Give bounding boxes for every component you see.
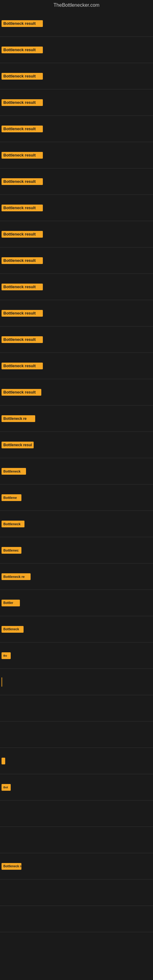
bottleneck-badge: Bottleneck result — [2, 336, 43, 343]
list-item: Bottlenec — [0, 537, 153, 563]
bottleneck-badge: Bottleneck result — [2, 126, 43, 132]
bottleneck-badge: Bottleneck result — [2, 46, 43, 53]
list-item — [0, 880, 153, 905]
bottleneck-badge: Bottleneck result — [2, 310, 43, 317]
list-item — [0, 932, 153, 958]
list-item: Bottleneck result — [0, 142, 153, 168]
list-item: Bo — [0, 643, 153, 668]
list-item: Bottleneck result — [0, 89, 153, 115]
bottleneck-badge: Bottleneck result — [2, 178, 43, 185]
bottleneck-badge: Bottleneck result — [2, 73, 43, 80]
list-item: Bottleneck result — [0, 10, 153, 37]
bottleneck-badge: Bo — [2, 652, 11, 659]
list-item: Bottleneck resul — [0, 432, 153, 458]
bottleneck-badge: Bottleneck result — [2, 389, 41, 396]
list-item: Bottleneck result — [0, 195, 153, 221]
list-item: Bottleneck result — [0, 247, 153, 274]
bottleneck-badge: Bottlene — [2, 494, 21, 501]
list-item: Bottleneck result — [0, 353, 153, 379]
list-item: Bottleneck — [0, 511, 153, 537]
list-item: Bottleneck result — [0, 116, 153, 142]
list-item: Bottleneck result — [0, 379, 153, 405]
bottleneck-badge: Bottlenec — [2, 547, 21, 554]
list-item: Bottleneck re — [0, 406, 153, 431]
list-item: Bottleneck result — [0, 326, 153, 353]
bottleneck-badge: Bottleneck result — [2, 99, 43, 106]
list-item — [0, 748, 153, 774]
list-item: Bottleneck result — [0, 221, 153, 247]
list-item: Bottlene — [0, 485, 153, 511]
list-item: Bottleneck result — [0, 169, 153, 194]
bottleneck-badge: Bottleneck result — [2, 283, 43, 290]
bottleneck-badge: Bottler — [2, 600, 20, 606]
list-item: Bottleneck result — [0, 300, 153, 326]
bottleneck-badge: Bottleneck re — [2, 863, 21, 870]
bottleneck-badge: Bottleneck result — [2, 231, 43, 238]
bottleneck-badge: Bottleneck — [2, 626, 24, 633]
list-item — [0, 800, 153, 827]
list-item: Bottleneck — [0, 616, 153, 642]
list-item: Bottleneck re — [0, 853, 153, 879]
bottleneck-badge: Bot — [2, 784, 11, 791]
bottleneck-badge: Bottleneck — [2, 520, 24, 527]
bottleneck-badge: Bottleneck resul — [2, 442, 33, 449]
list-item: Bottleneck result — [0, 37, 153, 63]
bottleneck-badge: Bottleneck result — [2, 152, 43, 159]
bottleneck-bar-marker — [2, 678, 2, 687]
list-item: Bottleneck re — [0, 563, 153, 590]
list-item: Bottler — [0, 590, 153, 616]
list-item: Bottleneck result — [0, 274, 153, 300]
list-item: Bottleneck result — [0, 63, 153, 89]
bottleneck-badge: Bottleneck re — [2, 415, 35, 422]
bottleneck-badge: Bottleneck result — [2, 363, 43, 369]
list-item: Bottleneck — [0, 458, 153, 484]
site-title: TheBottlenecker.com — [0, 0, 153, 10]
bottleneck-badge: Bottleneck result — [2, 257, 43, 264]
list-item: Bot — [0, 774, 153, 800]
bottleneck-badge — [2, 758, 5, 764]
bottleneck-badge: Bottleneck result — [2, 20, 43, 27]
list-item — [0, 722, 153, 748]
results-list: Bottleneck resultBottleneck resultBottle… — [0, 10, 153, 958]
list-item — [0, 906, 153, 932]
bottleneck-badge: Bottleneck re — [2, 573, 30, 580]
list-item — [0, 827, 153, 853]
list-item — [0, 669, 153, 695]
bottleneck-badge: Bottleneck — [2, 468, 26, 475]
bottleneck-badge: Bottleneck result — [2, 205, 43, 211]
list-item — [0, 695, 153, 721]
